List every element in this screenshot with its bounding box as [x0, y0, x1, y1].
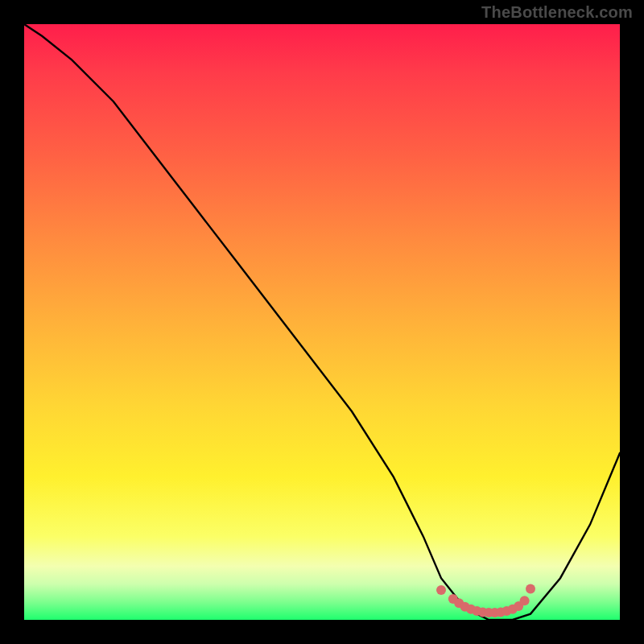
marker-cluster: [436, 584, 535, 618]
chart-svg: [24, 24, 620, 620]
marker-dot: [526, 584, 535, 594]
marker-dot: [520, 596, 530, 605]
curve-line: [24, 24, 620, 620]
plot-area: [24, 24, 620, 620]
chart-frame: TheBottleneck.com: [0, 0, 644, 644]
marker-dot: [436, 585, 446, 595]
watermark-text: TheBottleneck.com: [481, 3, 633, 22]
